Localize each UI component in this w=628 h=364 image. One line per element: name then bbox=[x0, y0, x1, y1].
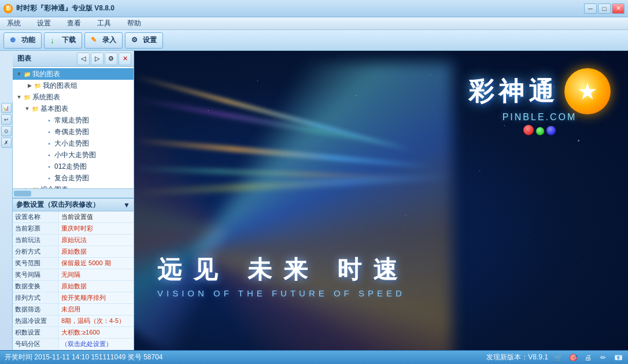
status-target-icon[interactable]: 🎯 bbox=[568, 352, 578, 363]
expander-spacer bbox=[37, 116, 45, 124]
dot-blue bbox=[546, 126, 556, 135]
background-canvas: 彩神通 ★ PINBLE.COM 远见 未来 时速 VISION OF THE … bbox=[134, 51, 628, 350]
tree-node-my-charts[interactable]: ▼ 📁 我的图表 bbox=[13, 68, 134, 80]
status-left-text: 开奖时间 2015-11-11 14:10 151111049 奖号 58704 bbox=[5, 352, 486, 362]
toolbar-function-button[interactable]: ⊕ 功能 bbox=[3, 32, 42, 49]
brand-url: PINBLE.COM bbox=[503, 112, 577, 122]
tree-node-mid-trend[interactable]: ▪ 小中大走势图 bbox=[13, 149, 134, 161]
tree-node-label: 奇偶走势图 bbox=[54, 127, 89, 137]
param-key: 排列方式 bbox=[13, 292, 59, 303]
sidebar-back-icon[interactable]: ↩ bbox=[1, 114, 12, 125]
toolbar-input-label: 录入 bbox=[102, 35, 116, 45]
right-main: 彩神通 ★ PINBLE.COM 远见 未来 时速 VISION OF THE … bbox=[134, 51, 628, 350]
param-row-range[interactable]: 奖号范围 保留最近 5000 期 bbox=[13, 258, 134, 269]
menu-settings[interactable]: 设置 bbox=[35, 17, 53, 29]
param-key: 当前玩法 bbox=[13, 235, 59, 246]
menu-help[interactable]: 帮助 bbox=[125, 17, 143, 29]
param-val: 无间隔 bbox=[59, 269, 134, 280]
param-row-zone[interactable]: 号码分区 （双击此处设置） bbox=[13, 339, 134, 350]
tree-settings-button[interactable]: ⚙ bbox=[105, 53, 117, 65]
sidebar-chart-icon[interactable]: 📊 bbox=[1, 103, 12, 113]
params-header: 参数设置（双击列表修改） ▼ bbox=[13, 199, 134, 211]
brand-dots bbox=[523, 125, 556, 135]
sidebar-close-icon[interactable]: ✗ bbox=[1, 138, 12, 148]
param-row-filter[interactable]: 数据筛选 未启用 bbox=[13, 304, 134, 315]
tree-toolbar: 图表 ◁ ▷ ⚙ ✕ bbox=[13, 51, 134, 67]
param-val: 按开奖顺序排列 bbox=[59, 292, 134, 303]
tree-scrollbar-horizontal[interactable] bbox=[13, 188, 134, 198]
param-key: 数据变换 bbox=[13, 281, 59, 292]
tree-prev-button[interactable]: ◁ bbox=[77, 53, 90, 65]
status-mail-icon[interactable]: 📧 bbox=[613, 352, 623, 363]
param-key: 分析方式 bbox=[13, 246, 59, 257]
expander-spacer bbox=[37, 174, 45, 182]
doc-icon: ▪ bbox=[45, 116, 53, 124]
app-icon: 彩 bbox=[3, 4, 13, 13]
param-row-accum[interactable]: 积数设置 大积数:≥1600 bbox=[13, 327, 134, 339]
status-new-version-text: 发现新版本：V8.9.1 bbox=[486, 352, 548, 362]
status-cart-icon[interactable]: 🛒 bbox=[553, 352, 563, 363]
toolbar-settings-button[interactable]: ⚙ 设置 bbox=[125, 32, 163, 49]
close-button[interactable]: ✕ bbox=[612, 3, 625, 14]
params-collapse-icon[interactable]: ▼ bbox=[123, 201, 130, 209]
status-edit-icon[interactable]: ✏ bbox=[598, 352, 608, 363]
brand-title: 彩神通 bbox=[468, 75, 559, 109]
param-val: （双击此处设置） bbox=[59, 339, 134, 350]
tree-node-big-small[interactable]: ▪ 大小走势图 bbox=[13, 138, 134, 149]
param-key: 号码分区 bbox=[13, 339, 59, 350]
param-row-sort[interactable]: 排列方式 按开奖顺序排列 bbox=[13, 292, 134, 304]
param-key: 数据筛选 bbox=[13, 304, 59, 315]
status-print-icon[interactable]: 🖨 bbox=[583, 352, 593, 363]
tree-close-button[interactable]: ✕ bbox=[119, 53, 131, 65]
tree-node-label: 小中大走势图 bbox=[54, 150, 96, 160]
tree-next-button[interactable]: ▷ bbox=[91, 53, 104, 65]
menu-system[interactable]: 系统 bbox=[5, 17, 23, 29]
menu-tools[interactable]: 工具 bbox=[95, 17, 113, 29]
statusbar: 开奖时间 2015-11-11 14:10 151111049 奖号 58704… bbox=[0, 350, 628, 364]
tree-node-label: 常规走势图 bbox=[54, 116, 89, 125]
toolbar-input-button[interactable]: ✎ 录入 bbox=[84, 32, 123, 49]
star-shape: ★ bbox=[577, 78, 598, 105]
main-text-area: 远见 未来 时速 VISION OF THE FUTURE OF SPEED bbox=[157, 254, 409, 298]
titlebar-left: 彩 时时彩『彩神通』专业版 V8.8.0 bbox=[3, 3, 114, 13]
param-row-play[interactable]: 当前玩法 原始玩法 bbox=[13, 235, 134, 246]
param-row-analysis[interactable]: 分析方式 原始数据 bbox=[13, 246, 134, 258]
brand-area: 彩神通 ★ PINBLE.COM bbox=[468, 68, 611, 135]
expander-icon: ▼ bbox=[15, 93, 23, 101]
param-row-transform[interactable]: 数据变换 原始数据 bbox=[13, 281, 134, 292]
param-val: 未启用 bbox=[59, 304, 134, 315]
menu-view[interactable]: 查看 bbox=[65, 17, 83, 29]
expander-spacer bbox=[37, 151, 45, 159]
doc-icon: ▪ bbox=[45, 151, 53, 159]
param-val: 大积数:≥1600 bbox=[59, 327, 134, 338]
doc-icon: ▪ bbox=[45, 139, 53, 147]
param-key: 热温冷设置 bbox=[13, 315, 59, 326]
sidebar-view-icon[interactable]: ⊙ bbox=[1, 126, 12, 136]
tree-node-system-charts[interactable]: ▼ 📁 系统图表 bbox=[13, 91, 134, 103]
param-val: 原始数据 bbox=[59, 246, 134, 257]
tree-node-basic-charts[interactable]: ▼ 📁 基本图表 bbox=[13, 103, 134, 114]
restore-button[interactable]: □ bbox=[598, 3, 611, 14]
tree-node-012[interactable]: ▪ 012走势图 bbox=[13, 161, 134, 172]
tree-node-composite[interactable]: ▶ 📁 综合图表 bbox=[13, 184, 134, 188]
expander-icon: ▼ bbox=[15, 70, 23, 78]
toolbar-download-button[interactable]: ↓ 下载 bbox=[44, 32, 82, 49]
tree-node-my-chart-group[interactable]: ▶ 📁 我的图表组 bbox=[13, 80, 134, 91]
param-val: 保留最近 5000 期 bbox=[59, 258, 134, 269]
tree-node-odd-even[interactable]: ▪ 奇偶走势图 bbox=[13, 126, 134, 138]
minimize-button[interactable]: ─ bbox=[584, 3, 597, 14]
param-row-hotcold[interactable]: 热温冷设置 8期，温码（次：4-5） bbox=[13, 315, 134, 327]
tree-panel: 图表 ◁ ▷ ⚙ ✕ ▼ 📁 我的图表 ▶ 📁 我的图表组 bbox=[13, 51, 134, 198]
param-row-lottery[interactable]: 当前彩票 重庆时时彩 bbox=[13, 223, 134, 235]
main-sub-text: VISION OF THE FUTURE OF SPEED bbox=[157, 288, 409, 298]
param-row-name: 设置名称 当前设置值 bbox=[13, 211, 134, 223]
param-row-interval[interactable]: 奖号间隔 无间隔 bbox=[13, 269, 134, 281]
tree-node-compound[interactable]: ▪ 复合走势图 bbox=[13, 172, 134, 184]
folder-icon: 📁 bbox=[23, 93, 31, 101]
param-key: 奖号间隔 bbox=[13, 269, 59, 280]
toolbar-settings-label: 设置 bbox=[143, 35, 157, 45]
function-icon: ⊕ bbox=[10, 36, 19, 45]
tree-content[interactable]: ▼ 📁 我的图表 ▶ 📁 我的图表组 ▼ 📁 系统图表 bbox=[13, 67, 134, 188]
tree-node-normal-trend[interactable]: ▪ 常规走势图 bbox=[13, 114, 134, 126]
doc-icon: ▪ bbox=[45, 174, 53, 182]
